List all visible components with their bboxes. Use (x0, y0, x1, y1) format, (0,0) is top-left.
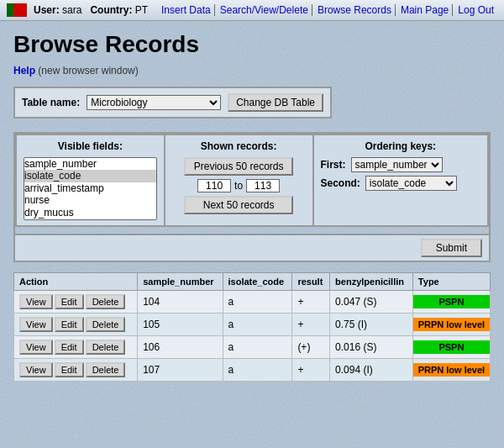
delete-button[interactable]: Delete (86, 294, 126, 309)
header: User: sara Country: PT Insert Data Searc… (0, 0, 504, 21)
edit-button[interactable]: Edit (55, 317, 84, 332)
ordering-second-row: Second: isolate_code sample_number (321, 176, 481, 191)
help-text: (new browser window) (38, 65, 138, 76)
help-link[interactable]: Help (13, 65, 35, 76)
isolate-code-cell: a (223, 314, 292, 336)
visible-fields-list[interactable]: sample_number isolate_code arrival_times… (24, 157, 157, 220)
field-dry-mucus[interactable]: dry_mucus (24, 207, 156, 219)
table-name-row: Table name: Microbiology Change DB Table (13, 87, 332, 119)
edit-button[interactable]: Edit (55, 340, 84, 355)
main-page-link[interactable]: Main Page (397, 4, 453, 16)
insert-data-link[interactable]: Insert Data (158, 4, 215, 16)
view-button[interactable]: View (19, 317, 53, 332)
range-from-input[interactable] (197, 179, 231, 192)
ordering-first-row: First: sample_number isolate_code (321, 157, 481, 172)
field-sample-number[interactable]: sample_number (24, 158, 156, 170)
type-cell: PRPN low level (412, 359, 490, 382)
change-db-button[interactable]: Change DB Table (228, 93, 323, 112)
type-badge: PRPN low level (413, 363, 490, 377)
shown-records-header: Shown records: (172, 140, 306, 152)
view-button[interactable]: View (19, 340, 53, 355)
flag-icon (7, 3, 27, 17)
table-row: ViewEditDelete107a+0.094 (I)PRPN low lev… (14, 359, 491, 382)
delete-button[interactable]: Delete (86, 340, 126, 355)
col-sample-number: sample_number (138, 273, 223, 291)
delete-button[interactable]: Delete (86, 362, 126, 377)
table-row: ViewEditDelete104a+0.047 (S)PSPN (14, 291, 491, 314)
isolate-code-cell: a (223, 291, 292, 314)
table-name-label: Table name: (22, 97, 80, 108)
user-label: User: (34, 4, 60, 16)
range-row: to (197, 179, 280, 192)
result-cell: (+) (292, 336, 330, 359)
ordering-keys-header: Ordering keys: (321, 140, 481, 152)
range-to-input[interactable] (246, 179, 280, 192)
sample-number-cell: 105 (138, 314, 223, 336)
col-result: result (292, 273, 330, 291)
table-name-select[interactable]: Microbiology (87, 95, 221, 110)
delete-button[interactable]: Delete (86, 317, 126, 332)
controls-panel: Visible fields: sample_number isolate_co… (13, 132, 491, 235)
sample-number-cell: 104 (138, 291, 223, 314)
type-badge: PSPN (413, 340, 490, 354)
col-benzylpenicillin: benzylpenicillin (330, 273, 413, 291)
field-arrival-timestamp[interactable]: arrival_timestamp (24, 182, 156, 194)
col-isolate-code: isolate_code (223, 273, 292, 291)
view-button[interactable]: View (19, 294, 53, 309)
country-label: Country: (90, 4, 132, 16)
benzylpenicillin-cell: 0.75 (I) (330, 314, 413, 336)
search-view-delete-link[interactable]: Search/View/Delete (217, 4, 312, 16)
help-line: Help (new browser window) (13, 65, 491, 76)
visible-fields-column: Visible fields: sample_number isolate_co… (17, 135, 165, 225)
page-title: Browse Records (13, 31, 491, 58)
action-cell: ViewEditDelete (14, 336, 138, 359)
user-info: User: sara Country: PT (34, 4, 148, 16)
action-cell: ViewEditDelete (14, 314, 138, 336)
first-ordering-select[interactable]: sample_number isolate_code (351, 157, 443, 172)
log-out-link[interactable]: Log Out (454, 4, 497, 16)
sample-number-cell: 106 (138, 336, 223, 359)
benzylpenicillin-cell: 0.094 (I) (330, 359, 413, 382)
isolate-code-cell: a (223, 359, 292, 382)
browse-records-link[interactable]: Browse Records (314, 4, 396, 16)
sample-number-cell: 107 (138, 359, 223, 382)
data-table: Action sample_number isolate_code result… (13, 272, 491, 382)
prev-records-button[interactable]: Previous 50 records (184, 157, 293, 176)
nav-bar: Insert Data Search/View/Delete Browse Re… (158, 4, 497, 16)
type-cell: PSPN (412, 291, 490, 314)
range-to-label: to (234, 180, 243, 192)
edit-button[interactable]: Edit (55, 362, 84, 377)
table-row: ViewEditDelete106a(+)0.016 (S)PSPN (14, 336, 491, 359)
user-name: sara (62, 4, 81, 16)
next-records-button[interactable]: Next 50 records (184, 196, 293, 214)
action-cell: ViewEditDelete (14, 359, 138, 382)
type-cell: PSPN (412, 336, 490, 359)
benzylpenicillin-cell: 0.016 (S) (330, 336, 413, 359)
ordering-keys-column: Ordering keys: First: sample_number isol… (314, 135, 488, 225)
type-badge: PSPN (413, 295, 490, 308)
shown-records-column: Shown records: Previous 50 records to Ne… (165, 135, 314, 225)
second-label: Second: (321, 177, 360, 189)
view-button[interactable]: View (19, 362, 53, 377)
type-cell: PRPN low level (412, 314, 490, 336)
action-cell: ViewEditDelete (14, 291, 138, 314)
col-action: Action (14, 273, 138, 291)
result-cell: + (292, 314, 330, 336)
first-label: First: (321, 159, 346, 171)
edit-button[interactable]: Edit (55, 294, 84, 309)
col-type: Type (412, 273, 490, 291)
benzylpenicillin-cell: 0.047 (S) (330, 291, 413, 314)
table-header-row: Action sample_number isolate_code result… (14, 273, 491, 291)
country-code: PT (135, 4, 148, 16)
submit-button[interactable]: Submit (421, 239, 482, 257)
result-cell: + (292, 291, 330, 314)
table-row: ViewEditDelete105a+0.75 (I)PRPN low leve… (14, 314, 491, 336)
main-content: Browse Records Help (new browser window)… (0, 21, 504, 392)
visible-fields-header: Visible fields: (24, 140, 157, 152)
columns-row: Visible fields: sample_number isolate_co… (15, 134, 489, 227)
field-isolate-code[interactable]: isolate_code (24, 170, 156, 182)
isolate-code-cell: a (223, 336, 292, 359)
result-cell: + (292, 359, 330, 382)
field-nurse[interactable]: nurse (24, 194, 156, 206)
second-ordering-select[interactable]: isolate_code sample_number (365, 176, 457, 191)
